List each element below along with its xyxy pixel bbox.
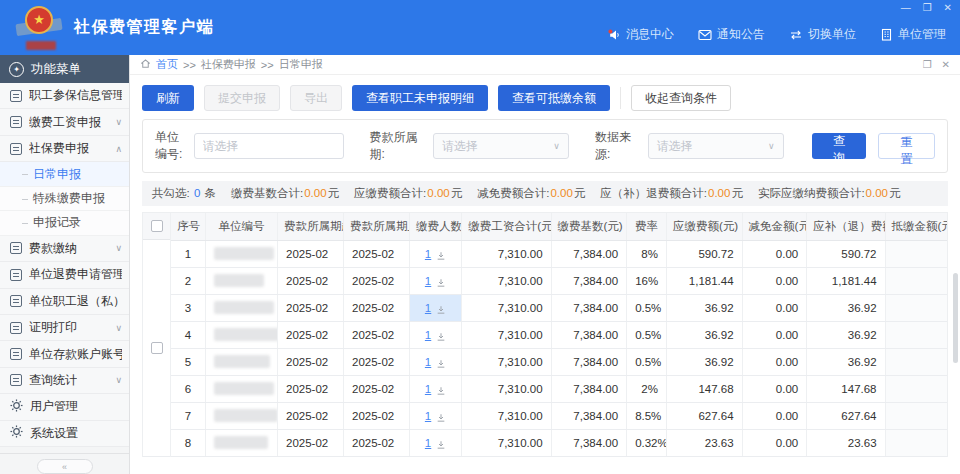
people-count-link[interactable]: 1 (425, 410, 431, 422)
cell-deduction: 0.00 (742, 240, 807, 267)
restore-tab-icon[interactable]: ❐ (923, 59, 932, 70)
close-icon[interactable]: ✕ (944, 1, 952, 15)
sidebar-item-employee-refund-application[interactable]: 单位职工退（私）费申请管理 (0, 289, 129, 315)
download-icon[interactable] (436, 413, 446, 425)
sidebar-item-fee-payment[interactable]: 费款缴纳 ∨ (0, 236, 129, 262)
sidebar-item-system-settings[interactable]: 系统设置 (0, 421, 129, 447)
maximize-icon[interactable]: ❐ (923, 1, 932, 15)
notice-button[interactable]: 通知公告 (698, 26, 765, 43)
minimize-icon[interactable]: — (901, 1, 911, 15)
switch-unit-button[interactable]: 切换单位 (789, 26, 856, 43)
cell-period-end: 2025-02 (343, 267, 409, 294)
redacted-unit-code (214, 382, 274, 395)
select-all-checkbox[interactable] (151, 220, 163, 232)
cell-payable: 147.68 (666, 375, 742, 402)
download-icon[interactable] (436, 386, 446, 398)
people-count-link[interactable]: 1 (425, 383, 431, 395)
header-checkbox-cell (143, 213, 170, 240)
cell-deduction: 0.00 (742, 429, 807, 456)
breadcrumb-home[interactable]: 首页 (156, 57, 178, 72)
people-count-link[interactable]: 1 (425, 356, 431, 368)
search-button[interactable]: 查 询 (812, 133, 867, 159)
sidebar-item-unit-refund-application[interactable]: 单位退费申请管理 (0, 262, 129, 288)
cell-salary-total: 7,310.00 (462, 240, 551, 267)
sidebar-subitem-daily-declaration[interactable]: 日常申报 (0, 162, 129, 186)
data-source-select[interactable]: 请选择 ∨ (648, 133, 784, 159)
sidebar-collapse-row: « (0, 453, 129, 474)
breadcrumb-item[interactable]: 日常申报 (279, 57, 323, 72)
view-offset-balance-button[interactable]: 查看可抵缴余额 (498, 85, 610, 111)
cell-period-end: 2025-02 (343, 294, 409, 321)
function-menu-icon: ✦ (9, 62, 24, 77)
cell-unit-code (205, 321, 277, 348)
sidebar-item-query-statistics[interactable]: 查询统计 ∨ (0, 368, 129, 394)
filter-data-source: 数据来源: 请选择 ∨ (595, 129, 784, 163)
people-count-link[interactable]: 1 (425, 302, 431, 314)
cell-base: 7,384.00 (551, 348, 627, 375)
cell-supplement-refund: 36.92 (807, 321, 885, 348)
col-unit-code: 单位编号 (205, 213, 277, 240)
fee-period-label: 费款所属期: (370, 129, 427, 163)
breadcrumb-item[interactable]: 社保费申报 (201, 57, 256, 72)
scrollbar-thumb[interactable] (953, 273, 958, 363)
breadcrumb-separator: >> (183, 59, 196, 71)
collapse-filters-button[interactable]: 收起查询条件 (631, 85, 731, 111)
sidebar-item-deposit-account-management[interactable]: 单位存款账户账号管理 (0, 341, 129, 367)
sidebar-item-social-insurance-declaration[interactable]: 社保费申报 ∧ (0, 136, 129, 162)
refresh-button[interactable]: 刷新 (142, 85, 194, 111)
col-offset-amount: 抵缴金额(元) (885, 213, 947, 240)
cell-unit-code (205, 240, 277, 267)
sidebar-item-user-management[interactable]: 用户管理 (0, 394, 129, 420)
cell-supplement-refund: 23.63 (807, 429, 885, 456)
download-icon[interactable] (436, 359, 446, 371)
cell-salary-total: 7,310.00 (462, 321, 551, 348)
group-checkbox[interactable] (151, 342, 163, 354)
cell-rate: 8% (627, 240, 667, 267)
main-layout: ✦ 功能菜单 职工参保信息管理 缴费工资申报 ∨ 社保费申报 ∧ 日常申报 特殊… (0, 55, 960, 474)
reset-button[interactable]: 重 置 (878, 133, 935, 159)
people-count-link[interactable]: 1 (425, 437, 431, 449)
sidebar-item-certificate-printing[interactable]: 证明打印 ∨ (0, 315, 129, 341)
col-period-start[interactable]: 费款所属期起 (278, 213, 344, 240)
unit-code-input[interactable] (194, 133, 344, 159)
cell-offset-amount (885, 348, 947, 375)
download-icon[interactable] (436, 305, 446, 317)
cell-period-end: 2025-02 (343, 321, 409, 348)
download-icon[interactable] (436, 251, 446, 263)
cell-period-end: 2025-02 (343, 375, 409, 402)
sidebar-item-salary-declaration[interactable]: 缴费工资申报 ∨ (0, 109, 129, 135)
people-count-link[interactable]: 1 (425, 275, 431, 287)
submit-declaration-button[interactable]: 提交申报 (204, 85, 280, 111)
view-undeclared-button[interactable]: 查看职工未申报明细 (352, 85, 488, 111)
cell-period-end: 2025-02 (343, 402, 409, 429)
emblem-caption (26, 41, 56, 50)
cell-seq: 2 (171, 267, 205, 294)
filter-unit-code: 单位编号: (155, 129, 344, 163)
cell-rate: 0.5% (627, 294, 667, 321)
sidebar-collapse-button[interactable]: « (37, 459, 93, 474)
fee-period-select[interactable]: 请选择 ∨ (433, 133, 569, 159)
emblem-logo: ★ (20, 5, 60, 51)
group-checkbox-cell (143, 240, 170, 457)
download-icon[interactable] (436, 278, 446, 290)
download-icon[interactable] (436, 440, 446, 452)
close-tab-icon[interactable]: ✕ (942, 59, 950, 70)
download-icon[interactable] (436, 332, 446, 344)
table-row: 4 2025-02 2025-02 1 7,310.00 7,384.00 0.… (171, 321, 947, 348)
cell-rate: 0.5% (627, 321, 667, 348)
cell-seq: 8 (171, 429, 205, 456)
cell-period-start: 2025-02 (278, 294, 344, 321)
export-button[interactable]: 导出 (290, 85, 342, 111)
cell-deduction: 0.00 (742, 375, 807, 402)
sidebar-subitem-declaration-records[interactable]: 申报记录 (0, 211, 129, 235)
cell-period-end: 2025-02 (343, 348, 409, 375)
people-count-link[interactable]: 1 (425, 248, 431, 260)
redacted-unit-code (214, 328, 278, 341)
table-row: 6 2025-02 2025-02 1 7,310.00 7,384.00 2%… (171, 375, 947, 402)
summary-stat: 减免费额合计:0.00元 (477, 186, 585, 201)
sidebar-subitem-special-payment-declaration[interactable]: 特殊缴费申报 (0, 187, 129, 211)
cell-supplement-refund: 1,181.44 (807, 267, 885, 294)
message-center-button[interactable]: 消息中心 (607, 26, 674, 43)
unit-management-button[interactable]: 单位管理 (880, 26, 946, 43)
people-count-link[interactable]: 1 (425, 329, 431, 341)
